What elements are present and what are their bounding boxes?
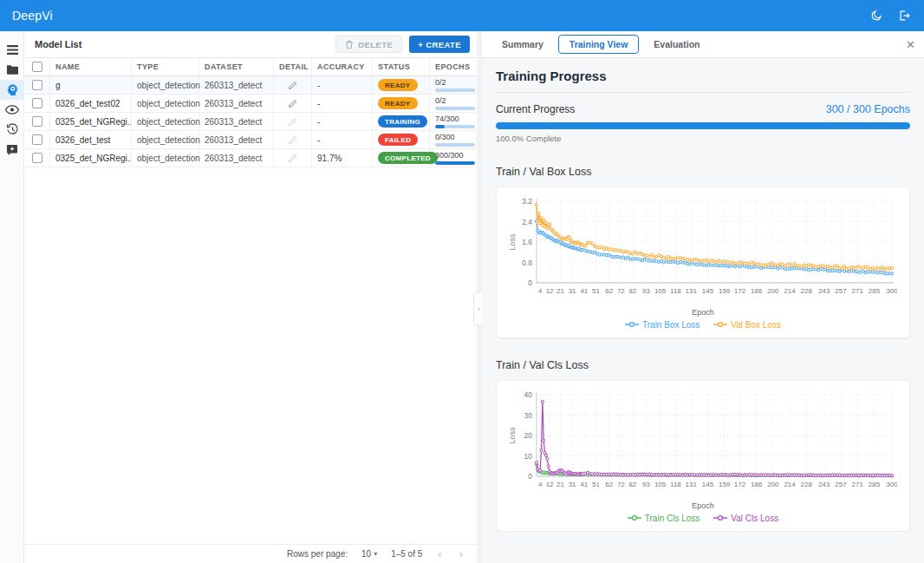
box-loss-chart-card: 00.81.62.43.2412213141516272829310511813… [496, 187, 910, 338]
row-checkbox-cell [24, 149, 50, 167]
topbar: DeepVi [0, 0, 924, 31]
model-row-0326-det-test[interactable]: 0326_det_testobject_detection260313_dete… [24, 131, 477, 149]
column-header-status: STATUS [373, 58, 430, 75]
row-checkbox[interactable] [32, 134, 42, 145]
model-row-0325-det-ngregi-[interactable]: 0325_det_NGRegi...object_detection260313… [24, 113, 477, 131]
legend-item-val-cls-loss[interactable]: Val Cls Loss [713, 514, 778, 523]
rows-per-page-select[interactable]: 10 ▾ [361, 549, 377, 559]
legend-marker-icon [713, 321, 727, 328]
cls-loss-chart-card: 0102030404122131415162728293105118131145… [496, 380, 910, 532]
svg-text:131: 131 [686, 287, 698, 295]
epochs-text: 300/300 [435, 152, 464, 160]
status-badge: TRAINING [378, 115, 427, 128]
sidebar [0, 31, 24, 563]
tab-training-view[interactable]: Training View [558, 35, 640, 54]
legend-item-val-box-loss[interactable]: Val Box Loss [713, 320, 781, 330]
svg-text:0.8: 0.8 [522, 259, 532, 267]
svg-text:228: 228 [801, 481, 813, 488]
sidebar-item-menu[interactable] [0, 40, 24, 60]
x-axis-label: Epoch [505, 501, 901, 510]
cls-loss-heading: Train / Val Cls Loss [496, 359, 910, 371]
epochs-cell: 0/2 [430, 95, 480, 112]
epochs-text: 0/300 [435, 134, 455, 141]
svg-text:200: 200 [767, 481, 779, 488]
column-header-type: TYPE [132, 58, 199, 75]
model-dataset: 260313_detect [199, 149, 274, 167]
status-badge: READY [378, 97, 418, 109]
svg-text:40: 40 [524, 390, 533, 399]
svg-text:145: 145 [702, 287, 714, 295]
table-header-row: NAMETYPEDATASETDETAILACCURACYSTATUSEPOCH… [24, 57, 477, 76]
epochs-progress-track [435, 143, 475, 147]
svg-text:20: 20 [524, 431, 533, 440]
model-name: 0326_det_test02 [50, 95, 132, 112]
sidebar-item-folder[interactable] [0, 60, 24, 80]
legend-label: Val Cls Loss [731, 514, 778, 523]
svg-text:4: 4 [538, 481, 543, 488]
epochs-progress-track [435, 88, 475, 92]
chart-legend: Train Cls LossVal Cls Loss [505, 512, 901, 524]
model-row-0326-det-test02[interactable]: 0326_det_test02object_detection260313_de… [24, 95, 477, 113]
sidebar-item-model-head-gear[interactable] [0, 80, 24, 100]
legend-marker-icon [713, 514, 727, 521]
model-list-actions: DELETE + CREATE [335, 36, 470, 53]
svg-text:Loss: Loss [508, 427, 517, 444]
pencil-icon [288, 135, 297, 145]
tab-summary[interactable]: Summary [491, 35, 555, 54]
row-checkbox-cell [24, 113, 50, 130]
svg-text:72: 72 [617, 287, 625, 295]
training-view-content: Training Progress Current Progress 300 /… [482, 58, 924, 532]
current-progress-row: Current Progress 300 / 300 Epochs [496, 103, 910, 115]
column-header-detail: DETAIL [274, 58, 312, 75]
svg-text:214: 214 [784, 287, 796, 295]
detail-edit-button[interactable] [288, 81, 297, 90]
percent-complete-text: 100.0% Complete [496, 134, 910, 143]
svg-text:2.4: 2.4 [522, 218, 532, 226]
svg-text:186: 186 [751, 481, 763, 488]
logout-button[interactable] [896, 8, 912, 23]
sidebar-item-eye[interactable] [0, 100, 24, 120]
dark-mode-toggle[interactable] [869, 8, 884, 23]
svg-text:271: 271 [852, 481, 864, 488]
heading-divider [496, 92, 910, 93]
sidebar-item-history[interactable] [0, 120, 24, 140]
svg-text:271: 271 [852, 287, 864, 295]
epochs-progress-track [435, 125, 475, 128]
caret-down-icon: ▾ [374, 550, 377, 558]
box-loss-heading: Train / Val Box Loss [496, 166, 910, 178]
svg-text:285: 285 [869, 481, 881, 488]
epochs-progress-track [435, 161, 475, 165]
prev-page-button[interactable]: ‹ [436, 548, 443, 560]
detail-edit-button [288, 117, 297, 127]
legend-item-train-cls-loss[interactable]: Train Cls Loss [628, 514, 700, 523]
sidebar-item-annotation[interactable] [0, 140, 24, 160]
epochs-progress-fill [435, 125, 445, 128]
detail-edit-button[interactable] [288, 99, 297, 108]
chart-plot: 0102030404122131415162728293105118131145… [505, 390, 897, 497]
row-checkbox[interactable] [32, 80, 42, 90]
row-checkbox[interactable] [32, 98, 42, 108]
pencil-icon [288, 81, 297, 90]
create-button[interactable]: + CREATE [409, 36, 470, 53]
model-accuracy: - [312, 76, 373, 94]
row-checkbox[interactable] [32, 153, 42, 163]
model-row-0325-det-ngregi-[interactable]: 0325_det_NGRegi...object_detection260313… [24, 149, 477, 167]
svg-text:172: 172 [734, 287, 746, 295]
svg-text:62: 62 [605, 481, 613, 488]
model-dataset: 260313_detect [199, 76, 274, 94]
tab-evaluation[interactable]: Evaluation [642, 35, 711, 54]
delete-button[interactable]: DELETE [335, 36, 402, 53]
legend-item-train-box-loss[interactable]: Train Box Loss [625, 320, 700, 330]
close-icon: ✕ [906, 38, 915, 51]
close-panel-button[interactable]: ✕ [906, 38, 915, 51]
svg-text:0: 0 [528, 472, 532, 481]
model-row-g[interactable]: gobject_detection260313_detect-READY0/2 [24, 76, 477, 95]
svg-text:257: 257 [835, 287, 847, 295]
moon-icon [870, 10, 882, 22]
select-all-checkbox[interactable] [32, 62, 42, 72]
next-page-button[interactable]: › [458, 548, 465, 560]
model-name: 0326_det_test [50, 131, 132, 148]
legend-marker-icon [628, 514, 641, 521]
row-checkbox[interactable] [32, 116, 42, 127]
svg-text:12: 12 [546, 287, 554, 295]
